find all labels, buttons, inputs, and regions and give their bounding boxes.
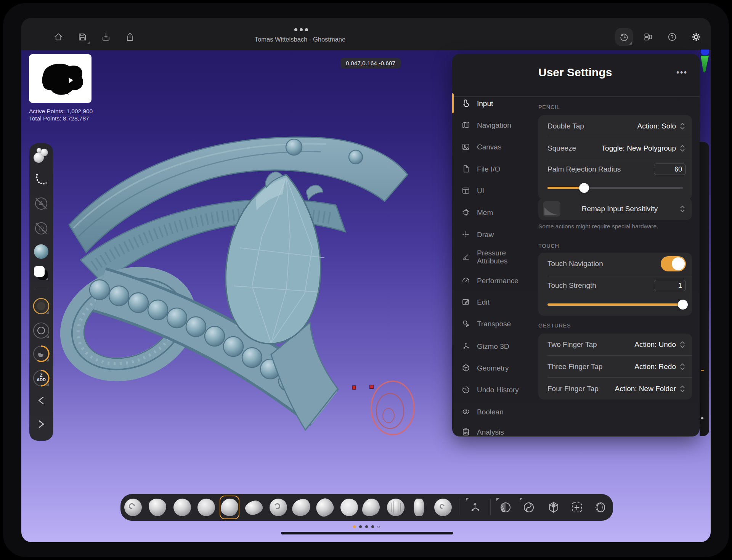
touch-strength-label: Touch Strength [547, 281, 596, 290]
brush-pinch[interactable] [314, 496, 336, 518]
brush-tube[interactable] [414, 499, 424, 516]
brush-preview-button[interactable] [33, 148, 50, 163]
touch-navigation-toggle[interactable] [661, 256, 686, 271]
material-sphere-button[interactable] [34, 244, 48, 259]
sidebar-item-geometry[interactable]: Geometry [452, 357, 534, 379]
sidebar-item-edit[interactable]: Edit [452, 291, 534, 313]
left-tool-rail: ZADD [29, 143, 53, 441]
sidebar-label: File I/O [477, 165, 500, 173]
background-gizmo-green [701, 56, 709, 73]
symmetry-off-button[interactable] [33, 196, 49, 213]
sidebar-item-boolean[interactable]: Boolean [452, 401, 534, 423]
share-button[interactable] [125, 32, 135, 42]
undo-button[interactable] [34, 393, 49, 410]
sidebar-item-performance[interactable]: Performance [452, 270, 534, 292]
sidebar-label: UI [477, 187, 484, 195]
save-button[interactable] [77, 32, 87, 42]
page-dots[interactable] [353, 525, 380, 528]
panel-menu-button[interactable]: ••• [676, 67, 687, 77]
sidebar-item-analysis[interactable]: Analysis [452, 421, 534, 443]
brush-smooth[interactable] [340, 499, 358, 516]
voxel-remesh-tool[interactable] [547, 501, 560, 514]
slider-knob[interactable] [579, 183, 589, 193]
chevron-updown-icon [679, 385, 686, 393]
touch-strength-slider[interactable] [547, 300, 683, 310]
add-object-tool[interactable] [570, 501, 584, 514]
mask-tool[interactable] [499, 501, 512, 514]
page-dot[interactable] [359, 525, 362, 528]
lasso-select-tool[interactable] [594, 501, 607, 514]
brush-swirl-cavity[interactable] [270, 499, 287, 516]
alpha-thumbnail[interactable] [29, 54, 92, 103]
ring-model[interactable] [58, 111, 439, 438]
history-button[interactable] [615, 28, 633, 46]
page-dot[interactable] [371, 525, 374, 528]
redo-button[interactable] [34, 417, 49, 434]
sculpt-canvas[interactable]: Active Points: 1,002,900 Total Points: 8… [21, 50, 711, 542]
stroke-falloff-button[interactable] [34, 172, 48, 188]
two-finger-tap-row[interactable]: Two Finger Tap Action: Undo [538, 334, 692, 355]
user-settings-panel: User Settings ••• Input Navigation Canva… [452, 54, 700, 436]
page-dot-active[interactable] [353, 525, 356, 528]
page-dot[interactable] [365, 525, 368, 528]
save-options-indicator [87, 42, 90, 44]
multitask-indicator[interactable] [294, 28, 308, 31]
brush-spiral[interactable] [434, 499, 452, 516]
masking-off-button[interactable] [33, 220, 49, 238]
touch-strength-row: Touch Strength 1 [538, 275, 692, 296]
slider-fill [547, 187, 584, 189]
sidebar-item-undo-history[interactable]: Undo History [452, 379, 534, 401]
gizmo-tool[interactable] [468, 501, 482, 514]
squeeze-row[interactable]: Squeeze Toggle: New Polygroup [538, 137, 692, 159]
palm-rejection-value[interactable]: 60 [654, 164, 686, 175]
help-button[interactable] [667, 32, 677, 42]
four-finger-tap-value: Action: New Folder [615, 385, 676, 393]
import-button[interactable] [101, 32, 111, 42]
sidebar-item-pressure-attributes[interactable]: Pressure Attributes [452, 244, 534, 270]
sidebar-item-file-io[interactable]: File I/O [452, 158, 534, 180]
brush-clay[interactable] [124, 499, 142, 516]
slider-knob[interactable] [678, 300, 688, 310]
remap-card[interactable]: Remap Input Sensitivity [538, 198, 692, 220]
chevron-updown-icon [679, 144, 686, 152]
page-dot-outline[interactable] [377, 526, 380, 528]
home-button[interactable] [53, 32, 63, 42]
sidebar-item-canvas[interactable]: Canvas [452, 136, 534, 158]
brush-falloff-dial[interactable] [32, 345, 50, 363]
chevron-updown-icon [679, 363, 686, 371]
scene-layout-button[interactable] [643, 32, 653, 42]
zadd-mode-dial[interactable]: ZADD [32, 369, 50, 387]
brush-intensity-dial[interactable] [32, 322, 50, 339]
settings-gear-button[interactable] [691, 32, 701, 42]
double-tap-row[interactable]: Double Tap Action: Solo [538, 115, 692, 137]
brush-snake[interactable] [244, 499, 264, 517]
brush-inflate[interactable] [387, 499, 405, 516]
brush-wax[interactable] [197, 499, 215, 516]
brush-flatten[interactable] [291, 497, 311, 517]
sidebar-item-transpose[interactable]: Transpose [452, 313, 534, 335]
color-swatch-button[interactable] [33, 265, 49, 281]
sidebar-item-draw[interactable]: Draw [452, 223, 534, 246]
smudge-tool[interactable] [522, 501, 536, 514]
three-finger-tap-row[interactable]: Three Finger Tap Action: Redo [538, 356, 692, 377]
sidebar-item-mem[interactable]: Mem [452, 201, 534, 223]
sidebar-label: Analysis [477, 428, 504, 436]
primary-color [34, 266, 45, 277]
four-finger-tap-row[interactable]: Four Finger Tap Action: New Folder [538, 378, 692, 400]
home-indicator[interactable] [281, 532, 453, 534]
remap-curve-thumbnail [543, 201, 560, 217]
touch-strength-value[interactable]: 1 [654, 280, 686, 291]
sidebar-item-navigation[interactable]: Navigation [452, 114, 534, 136]
sidebar-item-ui[interactable]: UI [452, 180, 534, 202]
brush-crease[interactable] [173, 499, 191, 516]
palm-rejection-slider[interactable] [547, 183, 683, 193]
brush-rough[interactable] [149, 499, 166, 516]
brush-blob-selected[interactable] [221, 499, 238, 516]
sidebar-item-gizmo-3d[interactable]: Gizmo 3D [452, 335, 534, 357]
brush-drag[interactable] [362, 499, 380, 516]
remap-label: Remap Input Sensitivity [582, 205, 658, 213]
sidebar-item-input[interactable]: Input [452, 92, 534, 114]
swatch-options-indicator [45, 278, 48, 280]
history-options-indicator [629, 42, 632, 45]
brush-size-dial[interactable] [32, 297, 50, 315]
